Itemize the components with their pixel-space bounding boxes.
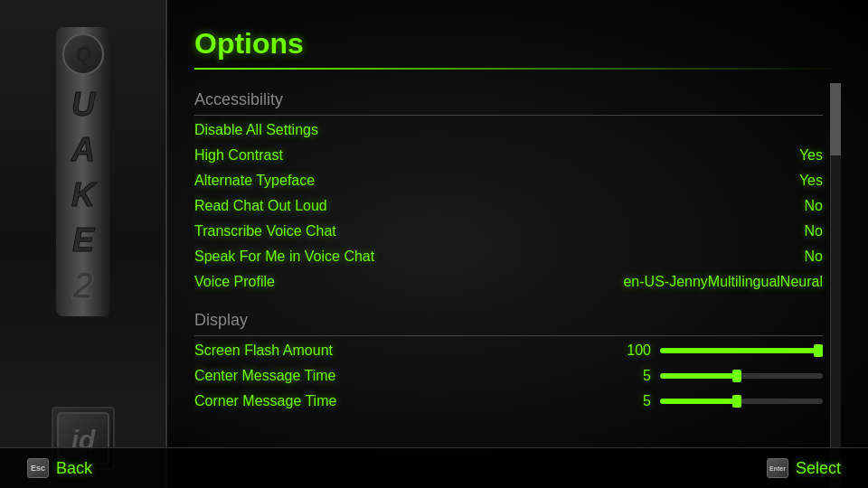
setting-alternate-typeface[interactable]: Alternate Typeface Yes [194, 168, 823, 193]
setting-disable-all[interactable]: Disable All Settings [194, 117, 823, 143]
setting-read-chat[interactable]: Read Chat Out Loud No [194, 193, 823, 219]
transcribe-voice-value: No [750, 223, 823, 239]
alternate-typeface-label: Alternate Typeface [194, 173, 315, 189]
corner-message-slider-container: 5 [619, 393, 823, 409]
back-label: Back [56, 459, 92, 478]
section-display: Display [194, 304, 823, 336]
corner-message-value: 5 [619, 393, 651, 409]
page-title: Options [194, 27, 841, 61]
screen-flash-slider-container: 100 [619, 343, 823, 359]
svg-text:E: E [71, 221, 94, 258]
screen-flash-value: 100 [619, 343, 651, 359]
screen-flash-thumb[interactable] [814, 344, 823, 357]
back-key-icon: Esc [27, 458, 49, 478]
screen-flash-fill [660, 348, 823, 353]
svg-text:A: A [71, 131, 95, 168]
screen-flash-label: Screen Flash Amount [194, 343, 333, 359]
setting-center-message[interactable]: Center Message Time 5 [194, 363, 823, 389]
svg-text:U: U [71, 86, 96, 123]
select-action[interactable]: Enter Select [767, 458, 841, 478]
quake-logo: Q U A K E 2 [42, 18, 124, 325]
sidebar: Q U A K E 2 id [0, 0, 167, 488]
read-chat-label: Read Chat Out Loud [194, 198, 327, 214]
setting-voice-profile[interactable]: Voice Profile en-US-JennyMultilingualNeu… [194, 269, 823, 295]
high-contrast-label: High Contrast [194, 147, 283, 164]
read-chat-value: No [750, 198, 823, 214]
speak-for-me-value: No [750, 249, 823, 265]
corner-message-label: Corner Message Time [194, 393, 336, 409]
settings-scroll[interactable]: Accessibility Disable All Settings High … [194, 83, 841, 488]
setting-speak-for-me[interactable]: Speak For Me in Voice Chat No [194, 244, 823, 269]
select-key-icon: Enter [767, 458, 788, 478]
center-message-slider-container: 5 [619, 368, 823, 384]
center-message-thumb[interactable] [732, 370, 741, 382]
bottom-bar: Esc Back Enter Select [0, 447, 868, 488]
svg-text:Q: Q [75, 42, 90, 65]
scrollbar-track[interactable] [830, 83, 841, 488]
svg-text:2: 2 [71, 264, 93, 306]
select-label: Select [796, 459, 841, 478]
disable-all-label: Disable All Settings [194, 122, 318, 138]
quake-logo-svg: Q U A K E 2 [47, 27, 119, 316]
main-content: Options Accessibility Disable All Settin… [167, 0, 868, 488]
settings-container: Accessibility Disable All Settings High … [194, 83, 841, 488]
title-underline [194, 68, 841, 70]
transcribe-voice-label: Transcribe Voice Chat [194, 223, 336, 239]
screen-flash-track[interactable] [660, 348, 823, 353]
center-message-value: 5 [619, 368, 651, 384]
high-contrast-value: Yes [750, 147, 823, 164]
back-action[interactable]: Esc Back [27, 458, 92, 478]
setting-transcribe-voice[interactable]: Transcribe Voice Chat No [194, 219, 823, 244]
voice-profile-label: Voice Profile [194, 274, 275, 290]
corner-message-fill [660, 399, 741, 404]
setting-corner-message[interactable]: Corner Message Time 5 [194, 389, 823, 414]
setting-screen-flash[interactable]: Screen Flash Amount 100 [194, 338, 823, 363]
corner-message-track[interactable] [660, 399, 823, 404]
section-accessibility: Accessibility [194, 83, 823, 116]
center-message-label: Center Message Time [194, 368, 336, 384]
svg-text:K: K [71, 176, 98, 213]
center-message-fill [660, 373, 741, 379]
scrollbar-thumb[interactable] [830, 83, 841, 155]
voice-profile-value: en-US-JennyMultilingualNeural [597, 274, 823, 290]
alternate-typeface-value: Yes [750, 173, 823, 189]
corner-message-thumb[interactable] [732, 395, 741, 408]
setting-high-contrast[interactable]: High Contrast Yes [194, 143, 823, 168]
center-message-track[interactable] [660, 373, 823, 379]
speak-for-me-label: Speak For Me in Voice Chat [194, 249, 374, 265]
